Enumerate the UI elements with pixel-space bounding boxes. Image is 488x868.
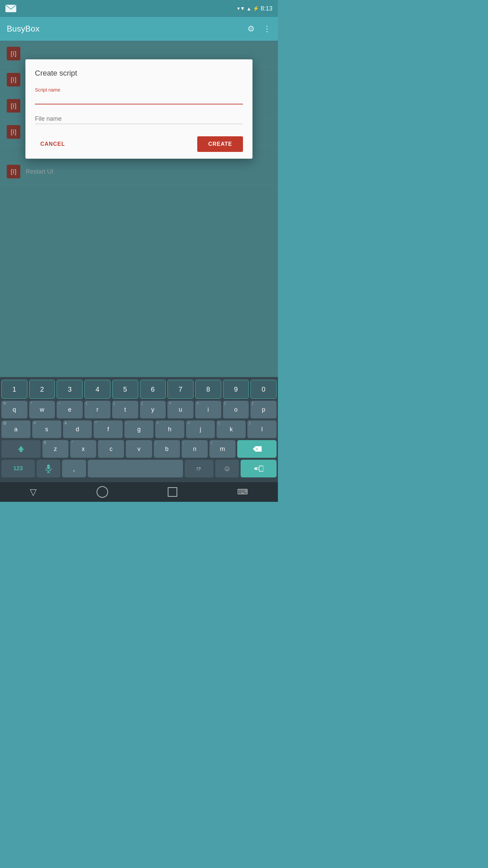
keyboard-number-row: 1 2 3 4 5 6 7 8 9 0 xyxy=(1,380,277,399)
key-k[interactable]: (k xyxy=(217,420,246,438)
time-display: 8:13 xyxy=(261,5,272,12)
keyboard-row-3: $z "x 'c ,v :b ;n /m ✕ xyxy=(1,440,277,458)
mail-icon xyxy=(5,5,16,12)
key-a[interactable]: @a xyxy=(1,420,30,438)
battery-icon: ⚡ xyxy=(253,5,259,12)
key-r[interactable]: |r xyxy=(84,401,110,418)
app-bar-actions: ⚙ ⋮ xyxy=(247,24,271,34)
svg-rect-4 xyxy=(47,465,50,469)
key-s[interactable]: #s xyxy=(32,420,61,438)
script-name-label: Script name xyxy=(35,87,243,93)
status-bar-left xyxy=(5,5,16,12)
keyboard-bottom-row: 123 , !?. ☺ xyxy=(1,460,277,477)
create-button[interactable]: CREATE xyxy=(197,136,243,152)
keyboard-row-2: @a #s &d *f -g +h =j (k )l xyxy=(1,420,277,438)
key-u[interactable]: <u xyxy=(167,401,194,418)
app-bar: BusyBox ⚙ ⋮ xyxy=(0,17,278,41)
mic-key[interactable] xyxy=(37,460,60,477)
key-2[interactable]: 2 xyxy=(29,380,55,399)
comma-key[interactable]: , xyxy=(62,460,86,477)
key-o[interactable]: {o xyxy=(223,401,249,418)
navigation-bar: ▽ ⌨ xyxy=(0,482,278,502)
backspace-icon: ✕ xyxy=(252,446,262,452)
key-t[interactable]: [t xyxy=(112,401,138,418)
key-i[interactable]: >i xyxy=(195,401,221,418)
more-options-icon[interactable]: ⋮ xyxy=(263,24,271,34)
shift-icon xyxy=(17,445,25,453)
key-5[interactable]: 5 xyxy=(112,380,138,399)
svg-marker-1 xyxy=(18,446,24,452)
key-7[interactable]: 7 xyxy=(167,380,194,399)
space-key[interactable] xyxy=(88,460,183,477)
svg-text:✕: ✕ xyxy=(256,447,258,451)
cancel-button[interactable]: CANCEL xyxy=(35,138,70,151)
key-z[interactable]: $z xyxy=(42,440,68,458)
svg-marker-8 xyxy=(254,467,257,470)
create-script-dialog: Create script Script name CANCEL CREATE xyxy=(25,59,252,159)
key-j[interactable]: =j xyxy=(186,420,215,438)
key-f[interactable]: *f xyxy=(94,420,123,438)
keyboard-toggle-button[interactable]: ⌨ xyxy=(237,488,248,496)
enter-icon xyxy=(254,465,263,472)
numbers-key[interactable]: 123 xyxy=(1,460,35,477)
shift-key[interactable] xyxy=(1,440,41,458)
status-icons: ▾▼ ▲ ⚡ 8:13 xyxy=(237,5,272,12)
file-name-input[interactable] xyxy=(35,114,243,124)
key-l[interactable]: )l xyxy=(247,420,277,438)
keyboard: 1 2 3 4 5 6 7 8 9 0 %q ^w ~e |r [t ]y <u… xyxy=(0,377,278,482)
key-1[interactable]: 1 xyxy=(1,380,27,399)
key-8[interactable]: 8 xyxy=(195,380,221,399)
keyboard-row-1: %q ^w ~e |r [t ]y <u >i {o }p xyxy=(1,401,277,418)
key-x[interactable]: "x xyxy=(70,440,96,458)
back-button[interactable]: ▽ xyxy=(30,487,37,497)
wifi-icon: ▾▼ xyxy=(237,5,245,12)
key-p[interactable]: }p xyxy=(250,401,277,418)
key-h[interactable]: +h xyxy=(155,420,184,438)
key-q[interactable]: %q xyxy=(1,401,27,418)
app-title: BusyBox xyxy=(7,24,40,34)
key-y[interactable]: ]y xyxy=(140,401,166,418)
punct-key[interactable]: !?. xyxy=(185,460,214,477)
key-d[interactable]: &d xyxy=(63,420,92,438)
home-button[interactable] xyxy=(97,486,108,498)
key-v[interactable]: ,v xyxy=(126,440,152,458)
key-m[interactable]: /m xyxy=(209,440,236,458)
dialog-title: Create script xyxy=(35,69,243,78)
key-6[interactable]: 6 xyxy=(140,380,166,399)
key-w[interactable]: ^w xyxy=(29,401,55,418)
key-n[interactable]: ;n xyxy=(182,440,208,458)
status-bar: ▾▼ ▲ ⚡ 8:13 xyxy=(0,0,278,17)
mic-icon xyxy=(45,464,52,473)
recents-button[interactable] xyxy=(168,487,177,497)
key-3[interactable]: 3 xyxy=(57,380,83,399)
key-c[interactable]: 'c xyxy=(98,440,124,458)
script-name-input[interactable] xyxy=(35,94,243,104)
signal-icon: ▲ xyxy=(246,6,251,12)
settings-icon[interactable]: ⚙ xyxy=(247,24,255,34)
key-b[interactable]: :b xyxy=(154,440,180,458)
key-0[interactable]: 0 xyxy=(250,380,277,399)
key-4[interactable]: 4 xyxy=(84,380,110,399)
key-9[interactable]: 9 xyxy=(223,380,249,399)
emoji-key[interactable]: ☺ xyxy=(215,460,239,477)
enter-key[interactable] xyxy=(241,460,277,477)
backspace-key[interactable]: ✕ xyxy=(237,440,277,458)
key-g[interactable]: -g xyxy=(124,420,154,438)
key-e[interactable]: ~e xyxy=(57,401,83,418)
dialog-actions: CANCEL CREATE xyxy=(35,134,243,152)
